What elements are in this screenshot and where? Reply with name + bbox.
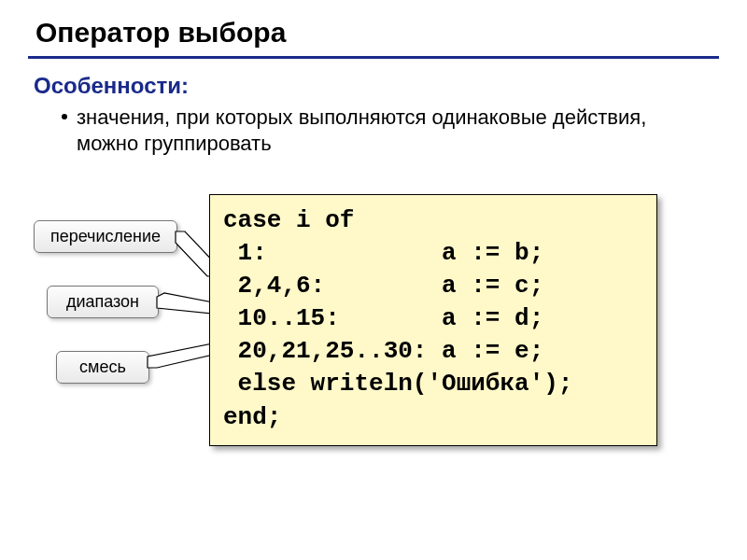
svg-marker-2	[148, 343, 213, 368]
code-line: 20,21,25..30: a := e;	[223, 337, 543, 365]
label-range: диапазон	[47, 286, 159, 318]
bullet-dot-icon	[62, 114, 67, 119]
features-heading: Особенности:	[34, 73, 189, 99]
code-line: case i of	[223, 206, 354, 234]
code-line: end;	[223, 403, 281, 431]
pointer-range-icon	[157, 293, 213, 314]
title-rule	[28, 56, 719, 59]
feature-bullet: значения, при которых выполняются одинак…	[62, 105, 650, 156]
code-line: 1: a := b;	[223, 239, 543, 267]
label-enumeration: перечисление	[34, 220, 177, 253]
code-line: 2,4,6: a := c;	[223, 272, 543, 300]
label-mix: смесь	[56, 351, 149, 384]
code-line: else writeln('Ошибка');	[223, 370, 572, 398]
pointer-mix-icon	[148, 343, 213, 368]
feature-text: значения, при которых выполняются одинак…	[77, 105, 650, 156]
code-block: case i of 1: a := b; 2,4,6: a := c; 10..…	[209, 194, 657, 446]
code-line: 10..15: a := d;	[223, 304, 543, 332]
svg-marker-1	[157, 293, 213, 314]
slide-title: Оператор выбора	[35, 17, 286, 49]
